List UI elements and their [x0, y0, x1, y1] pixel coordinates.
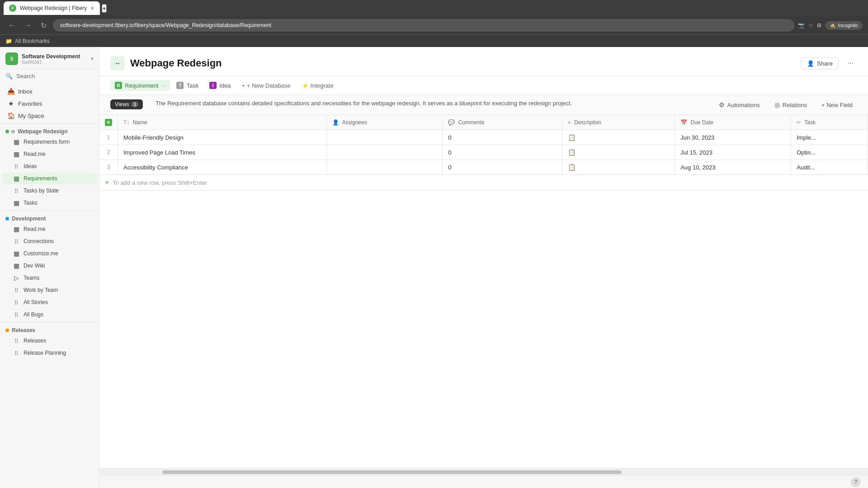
- col-header-comments[interactable]: 💬 Comments: [443, 115, 562, 130]
- sidebar-item-releases[interactable]: ⁝⁝ Releases: [2, 335, 97, 347]
- add-database-button[interactable]: + + New Database: [237, 80, 295, 91]
- col-header-description[interactable]: ≡ Description: [562, 115, 675, 130]
- col-header-num: R: [99, 115, 118, 130]
- tab-idea[interactable]: I Idea: [205, 80, 235, 91]
- task-tab-icon: T: [176, 82, 184, 89]
- incognito-button[interactable]: 🕵 Incognito: [825, 21, 863, 30]
- sidebar-item-customize[interactable]: ▦ Customize.me: [2, 248, 97, 259]
- layout-icon[interactable]: ⊞: [817, 22, 821, 28]
- sidebar-item-favorites[interactable]: ★ Favorites: [2, 98, 97, 109]
- plus-icon: +: [242, 82, 245, 89]
- active-tab[interactable]: F Webpage Redesign | Fibery ×: [4, 1, 100, 15]
- row-3-description: 📋: [562, 160, 675, 175]
- row-3-name[interactable]: Accessibility Compliance: [118, 160, 327, 175]
- reload-button[interactable]: ↻: [38, 19, 49, 32]
- tab-close-button[interactable]: ×: [90, 5, 94, 12]
- integrate-icon: ⚡: [302, 82, 309, 89]
- horizontal-scrollbar[interactable]: [99, 468, 868, 475]
- sidebar-item-dev-readme[interactable]: ▦ Read.me: [2, 223, 97, 235]
- address-bar[interactable]: [53, 19, 794, 32]
- table-header-row: R T↕ Name 👤 Assignees 💬: [99, 115, 868, 130]
- col-header-assignees[interactable]: 👤 Assignees: [326, 115, 442, 130]
- col-due-date-label: Due Date: [691, 119, 714, 126]
- search-button[interactable]: 🔍 Search: [0, 69, 99, 83]
- section-dot-releases: [5, 328, 9, 332]
- col-description-label: Description: [574, 119, 601, 126]
- more-options-button[interactable]: ···: [844, 57, 857, 70]
- tab-task[interactable]: T Task: [172, 80, 203, 91]
- sidebar-item-ideas[interactable]: ⁝⁝ Ideas: [2, 160, 97, 172]
- sidebar-item-connections[interactable]: ⁝⁝ Connections: [2, 235, 97, 247]
- sidebar-divider: [0, 123, 99, 124]
- share-icon: 👤: [807, 60, 814, 67]
- section-header-webpage-redesign[interactable]: ⊕ Webpage Redesign: [0, 126, 99, 136]
- row-3-assignees: [326, 160, 442, 175]
- row-1-name[interactable]: Mobile-Friendly Design: [118, 130, 327, 145]
- share-button[interactable]: 👤 Share: [801, 57, 839, 70]
- sidebar-item-inbox[interactable]: 📥 Inbox: [2, 85, 97, 97]
- bookmarks-icon: 📁: [5, 38, 12, 44]
- section-header-development[interactable]: Development: [0, 213, 99, 223]
- views-button[interactable]: Views 3: [110, 99, 143, 109]
- dev-readme-icon: ▦: [13, 225, 20, 233]
- row-1-num: 1: [99, 130, 118, 145]
- help-button[interactable]: ?: [851, 477, 861, 487]
- connections-icon: ⁝⁝: [13, 238, 20, 245]
- dev-wiki-icon: ▦: [13, 262, 20, 269]
- requirements-table: R T↕ Name 👤 Assignees 💬: [99, 115, 868, 175]
- sidebar-item-label: Connections: [24, 238, 54, 244]
- tab-requirement[interactable]: R Requirement ···: [110, 80, 170, 91]
- tab-options-icon[interactable]: ···: [161, 82, 165, 89]
- new-field-button[interactable]: + New Field: [817, 100, 857, 110]
- row-2-name[interactable]: Improved Page Load Times: [118, 145, 327, 160]
- sidebar-item-all-stories[interactable]: ⁝⁝ All Stories: [2, 296, 97, 308]
- readme-icon: ▦: [13, 150, 20, 158]
- sidebar-item-all-bugs[interactable]: ⁝⁝ All Bugs: [2, 309, 97, 320]
- new-tab-button[interactable]: +: [102, 4, 107, 13]
- automations-label: Automations: [727, 102, 760, 108]
- add-row-button[interactable]: + To add a new row, press Shift+Enter: [99, 175, 868, 191]
- forward-button[interactable]: →: [22, 19, 34, 31]
- sidebar-item-label: Favorites: [18, 100, 42, 107]
- integrate-button[interactable]: ⚡ Integrate: [297, 80, 338, 91]
- sidebar-item-work-by-team[interactable]: ⁝⁝ Work by Team: [2, 284, 97, 296]
- col-header-name[interactable]: T↕ Name: [118, 115, 327, 130]
- release-planning-icon: ⁝⁝: [13, 349, 20, 357]
- browser-chrome: F Webpage Redesign | Fibery × + ← → ↻ 📷 …: [0, 0, 868, 47]
- sidebar-item-release-planning[interactable]: ⁝⁝ Release Planning: [2, 347, 97, 359]
- sidebar-item-teams[interactable]: ▷ Teams: [2, 272, 97, 284]
- col-comments-label: Comments: [458, 119, 484, 126]
- sidebar-item-label: Requirements form: [24, 139, 70, 145]
- new-field-label: + New Field: [821, 102, 853, 108]
- views-count: 3: [131, 102, 138, 107]
- all-bugs-icon: ⁝⁝: [13, 311, 20, 318]
- sidebar-item-tasks-by-state[interactable]: ⁝⁝ Tasks by State: [2, 185, 97, 197]
- col-assignees-label: Assignees: [342, 119, 367, 126]
- sidebar-item-label: Read.me: [24, 151, 46, 157]
- row-2-description: 📋: [562, 145, 675, 160]
- sidebar-item-requirements[interactable]: ▦ Requirements: [2, 173, 97, 184]
- automations-button[interactable]: ⚙ Automations: [714, 99, 764, 110]
- back-button[interactable]: ←: [5, 19, 18, 31]
- section-label-webpage-redesign: Webpage Redesign: [18, 128, 67, 135]
- description-file-icon: 📋: [568, 164, 576, 171]
- sidebar-item-dev-wiki[interactable]: ▦ Dev Wiki: [2, 260, 97, 272]
- scrollbar-thumb[interactable]: [162, 470, 621, 474]
- chevron-down-icon[interactable]: ▾: [91, 56, 94, 62]
- sidebar-item-my-space[interactable]: 🏠 My Space: [2, 110, 97, 122]
- section-label-development: Development: [12, 216, 46, 222]
- sidebar-item-label: Dev Wiki: [24, 263, 45, 269]
- table-row: 1 Mobile-Friendly Design 0 📋 Jun 30, 202…: [99, 130, 868, 145]
- sidebar-item-readme[interactable]: ▦ Read.me: [2, 148, 97, 160]
- col-header-task[interactable]: ✏ Task: [791, 115, 868, 130]
- relations-button[interactable]: ◎ Relations: [770, 99, 811, 110]
- row-2-num: 2: [99, 145, 118, 160]
- col-header-due-date[interactable]: 📅 Due Date: [675, 115, 791, 130]
- sidebar-item-label: Requirements: [24, 175, 57, 182]
- incognito-icon: 🕵: [830, 23, 836, 28]
- section-header-releases[interactable]: Releases: [0, 324, 99, 334]
- sidebar-item-requirements-form[interactable]: ▦ Requirements form: [2, 136, 97, 148]
- row-2-due-date: Jul 15, 2023: [675, 145, 791, 160]
- bookmark-icon[interactable]: ☆: [808, 22, 813, 28]
- sidebar-item-tasks[interactable]: ▦ Tasks: [2, 197, 97, 209]
